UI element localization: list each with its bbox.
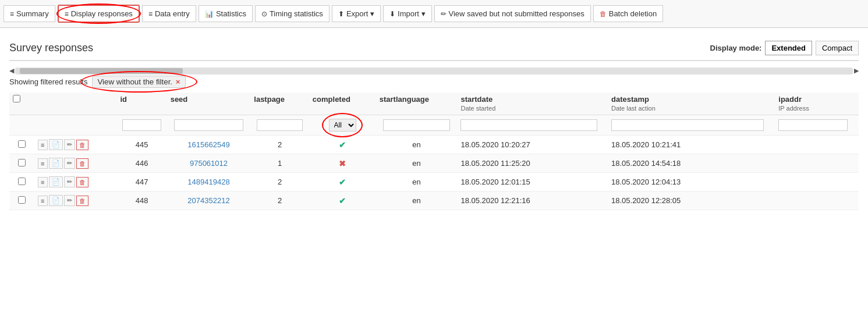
view-detail-icon-3[interactable]: ≡ <box>38 196 47 206</box>
cell-id-2: 447 <box>116 173 166 192</box>
edit-icon-3[interactable]: ✏ <box>64 195 75 206</box>
filter-startdate-input[interactable] <box>460 119 597 131</box>
cell-seed-1: 975061012 <box>167 154 251 173</box>
th-seed: seed <box>167 93 251 115</box>
nav-data-entry[interactable]: ≡ Data entry <box>142 5 196 22</box>
top-navigation: ≡ Summary ≡ Display responses ≡ Data ent… <box>0 0 868 28</box>
delete-icon-3[interactable]: 🗑 <box>76 196 88 206</box>
scroll-right-arrow[interactable]: ▶ <box>854 67 859 75</box>
delete-icon-2[interactable]: 🗑 <box>76 177 88 187</box>
table-row: ≡ 📄 ✏ 🗑 446 975061012 1 ✖ en 18.05.2020 … <box>9 154 859 173</box>
cell-id-1: 446 <box>116 154 166 173</box>
row-checkbox-1[interactable] <box>18 159 26 166</box>
delete-icon-1[interactable]: 🗑 <box>76 158 88 169</box>
filter-id-input[interactable] <box>122 119 161 131</box>
edit-icon-1[interactable]: ✏ <box>64 158 75 169</box>
new-doc-icon-3[interactable]: 📄 <box>49 195 63 206</box>
mode-compact-button[interactable]: Compact <box>816 41 859 55</box>
horizontal-scroll-container: ◀ ▶ <box>9 67 859 75</box>
table-header-row: id seed lastpage completed startlanguage… <box>9 93 859 115</box>
th-id: id <box>116 93 166 115</box>
page-title: Survey responses <box>9 42 93 54</box>
nav-statistics[interactable]: 📊 Statistics <box>199 5 253 22</box>
row-actions-0: ≡ 📄 ✏ 🗑 <box>38 139 113 150</box>
row-checkbox-2[interactable] <box>18 178 26 185</box>
cell-ipaddr-3 <box>775 192 859 210</box>
filter-datestamp-input[interactable] <box>611 119 764 131</box>
cell-startdate-1: 18.05.2020 11:25:20 <box>457 154 608 173</box>
export-icon: ⬆ <box>338 10 344 18</box>
cell-id-3: 448 <box>116 192 166 210</box>
cell-startlang-2: en <box>376 173 458 192</box>
table-row: ≡ 📄 ✏ 🗑 448 2074352212 2 ✔ en 18.05.2020… <box>9 192 859 210</box>
summary-icon: ≡ <box>10 10 14 18</box>
filter-ipaddr-input[interactable] <box>778 119 848 131</box>
table-row: ≡ 📄 ✏ 🗑 447 1489419428 2 ✔ en 18.05.2020… <box>9 173 859 192</box>
cell-ipaddr-0 <box>775 136 859 154</box>
new-doc-icon-0[interactable]: 📄 <box>49 139 63 150</box>
mode-extended-button[interactable]: Extended <box>765 41 812 55</box>
th-startdate: startdate Date started <box>457 93 608 115</box>
row-checkbox-0[interactable] <box>18 140 26 148</box>
nav-summary[interactable]: ≡ Summary <box>3 5 55 22</box>
cell-lastpage-1: 1 <box>250 154 309 173</box>
filter-lastpage-input[interactable] <box>257 119 303 131</box>
cell-startdate-3: 18.05.2020 12:21:16 <box>457 192 608 210</box>
nav-export[interactable]: ⬆ Export ▾ <box>332 5 381 22</box>
row-checkbox-3[interactable] <box>18 196 26 204</box>
seed-link-3[interactable]: 2074352212 <box>187 196 229 205</box>
new-doc-icon-1[interactable]: 📄 <box>49 158 63 169</box>
cell-completed-0: ✔ <box>309 136 376 154</box>
cell-ipaddr-1 <box>775 154 859 173</box>
filter-seed-input[interactable] <box>174 119 243 131</box>
scroll-thumb[interactable] <box>20 68 183 74</box>
edit-icon-0[interactable]: ✏ <box>64 139 75 150</box>
import-icon: ⬇ <box>389 10 395 18</box>
view-detail-icon-1[interactable]: ≡ <box>38 158 47 169</box>
delete-icon-0[interactable]: 🗑 <box>76 140 88 150</box>
edit-icon-2[interactable]: ✏ <box>64 176 75 187</box>
filter-startlanguage-input[interactable] <box>383 119 450 131</box>
cell-seed-0: 1615662549 <box>167 136 251 154</box>
view-without-filter-container: View without the filter. × <box>92 76 185 88</box>
completed-x-icon: ✖ <box>339 159 346 168</box>
cell-datestamp-0: 18.05.2020 10:21:41 <box>608 136 775 154</box>
table-row: ≡ 📄 ✏ 🗑 445 1615662549 2 ✔ en 18.05.2020… <box>9 136 859 154</box>
seed-link-1[interactable]: 975061012 <box>190 159 228 168</box>
cell-startdate-0: 18.05.2020 10:20:27 <box>457 136 608 154</box>
select-all-checkbox[interactable] <box>13 95 20 102</box>
cell-seed-2: 1489419428 <box>167 173 251 192</box>
nav-batch-deletion[interactable]: 🗑 Batch deletion <box>593 5 663 22</box>
nav-timing-statistics[interactable]: ⊙ Timing statistics <box>255 5 330 22</box>
cell-datestamp-2: 18.05.2020 12:04:13 <box>608 173 775 192</box>
responses-table: id seed lastpage completed startlanguage… <box>9 93 859 210</box>
cell-startlang-0: en <box>376 136 458 154</box>
scroll-left-arrow[interactable]: ◀ <box>9 67 14 75</box>
th-actions <box>34 93 116 115</box>
nav-import[interactable]: ⬇ Import ▾ <box>383 5 431 22</box>
th-lastpage: lastpage <box>250 93 309 115</box>
display-responses-icon: ≡ <box>65 10 69 18</box>
nav-view-saved[interactable]: ✏ View saved but not submitted responses <box>434 5 591 22</box>
table-body: ≡ 📄 ✏ 🗑 445 1615662549 2 ✔ en 18.05.2020… <box>9 136 859 210</box>
seed-link-0[interactable]: 1615662549 <box>187 140 229 149</box>
view-without-filter-button[interactable]: View without the filter. × <box>92 76 185 88</box>
view-detail-icon-0[interactable]: ≡ <box>38 140 47 150</box>
filter-completed-select[interactable]: All Yes No <box>329 119 357 132</box>
cell-startlang-3: en <box>376 192 458 210</box>
view-saved-icon: ✏ <box>441 10 447 18</box>
cell-lastpage-3: 2 <box>250 192 309 210</box>
cell-id-0: 445 <box>116 136 166 154</box>
cell-ipaddr-2 <box>775 173 859 192</box>
row-actions-1: ≡ 📄 ✏ 🗑 <box>38 158 113 169</box>
completed-check-icon: ✔ <box>339 178 346 187</box>
cell-startlang-1: en <box>376 154 458 173</box>
view-detail-icon-2[interactable]: ≡ <box>38 177 47 187</box>
filter-close-icon[interactable]: × <box>176 77 180 86</box>
table-filter-row: All Yes No <box>9 115 859 136</box>
new-doc-icon-2[interactable]: 📄 <box>49 176 63 187</box>
seed-link-2[interactable]: 1489419428 <box>187 178 229 186</box>
row-actions-3: ≡ 📄 ✏ 🗑 <box>38 195 113 206</box>
row-actions-2: ≡ 📄 ✏ 🗑 <box>38 176 113 187</box>
nav-display-responses[interactable]: ≡ Display responses <box>58 5 140 23</box>
